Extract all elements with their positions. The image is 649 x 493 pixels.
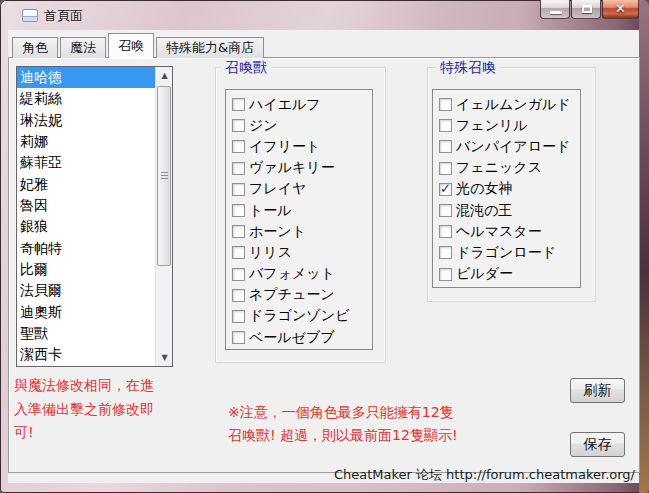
scroll-up-icon[interactable]: ▲ — [156, 67, 173, 84]
window-right-border — [639, 0, 649, 493]
character-listbox[interactable]: 迪哈德緹莉絲琳法妮莉娜蘇菲亞妃雅魯因銀狼奇帕特比爾法貝爾迪奧斯聖獸潔西卡 ▲ ▼ — [16, 66, 173, 367]
checkbox-row[interactable]: ✓光の女神 — [433, 179, 580, 200]
checkbox-icon[interactable] — [232, 98, 245, 111]
list-item[interactable]: 法貝爾 — [17, 280, 155, 301]
checkbox-row[interactable]: ヘルマスター — [433, 221, 580, 242]
checkbox-icon[interactable] — [232, 225, 245, 238]
tab-2[interactable]: 魔法 — [60, 37, 106, 58]
checkbox-label: イフリート — [249, 138, 320, 156]
checkbox-row[interactable]: フェンリル — [433, 115, 580, 136]
checkbox-label: イェルムンガルド — [456, 96, 571, 114]
left-note-line: 入準備出擊之前修改即 — [14, 398, 188, 422]
checkbox-icon[interactable] — [232, 268, 245, 281]
list-item[interactable]: 比爾 — [17, 259, 155, 280]
checkbox-icon[interactable] — [439, 140, 452, 153]
tab-strip: 角色魔法召喚特殊能力&商店 — [12, 36, 266, 58]
caption-buttons: ✕ — [539, 0, 639, 19]
save-button[interactable]: 保存 — [570, 432, 625, 457]
checkbox-icon[interactable] — [439, 162, 452, 175]
warning-line: 召喚獸! 超過，則以最前面12隻顯示! — [228, 424, 458, 447]
list-item[interactable]: 奇帕特 — [17, 238, 155, 259]
checkbox-row[interactable]: リリス — [226, 242, 372, 263]
list-item[interactable]: 妃雅 — [17, 174, 155, 195]
list-item[interactable]: 潔西卡 — [17, 344, 155, 365]
character-list-scrollbar[interactable]: ▲ ▼ — [155, 67, 172, 366]
checkbox-row[interactable]: ヴァルキリー — [226, 158, 372, 179]
checkbox-row[interactable]: 混沌の王 — [433, 200, 580, 221]
checkbox-checked-icon[interactable]: ✓ — [439, 183, 452, 196]
list-item[interactable]: 銀狼 — [17, 216, 155, 237]
left-note-line: 可! — [14, 421, 188, 445]
checkbox-icon[interactable] — [439, 204, 452, 217]
minimize-icon — [550, 11, 562, 14]
checkbox-row[interactable]: イェルムンガルド — [433, 94, 580, 115]
checkbox-icon[interactable] — [439, 225, 452, 238]
list-item[interactable]: 迪哈德 — [17, 67, 155, 88]
list-item[interactable]: 緹莉絲 — [17, 88, 155, 109]
checkbox-row[interactable]: トール — [226, 200, 372, 221]
tab-4[interactable]: 特殊能力&商店 — [156, 37, 264, 58]
scrollbar-thumb[interactable] — [157, 86, 171, 266]
summon-group-label: 召喚獸 — [221, 59, 271, 77]
checkbox-label: ジン — [249, 117, 278, 135]
list-item[interactable]: 莉娜 — [17, 131, 155, 152]
checkbox-row[interactable]: イフリート — [226, 136, 372, 157]
scroll-down-icon[interactable]: ▼ — [156, 349, 173, 366]
maximize-icon — [582, 5, 592, 13]
app-window-icon — [22, 9, 38, 22]
list-item[interactable]: 蘇菲亞 — [17, 152, 155, 173]
left-note-line: 與魔法修改相同，在進 — [14, 374, 188, 398]
warning-line: ※注意，一個角色最多只能擁有12隻 — [228, 401, 458, 424]
list-item[interactable]: 琳法妮 — [17, 110, 155, 131]
list-item[interactable]: 聖獸 — [17, 323, 155, 344]
checkbox-icon[interactable] — [439, 98, 452, 111]
check-mark-icon: ✓ — [440, 181, 451, 196]
checkbox-icon[interactable] — [439, 119, 452, 132]
checkbox-icon[interactable] — [439, 246, 452, 259]
checkbox-row[interactable]: ドラゴンゾンビ — [226, 306, 372, 327]
checkbox-row[interactable]: バンパイアロード — [433, 136, 580, 157]
checkbox-row[interactable]: フレイヤ — [226, 179, 372, 200]
checkbox-label: ドラゴンロード — [456, 244, 556, 262]
checkbox-label: フレイヤ — [249, 180, 306, 198]
checkbox-icon[interactable] — [232, 204, 245, 217]
close-button[interactable]: ✕ — [602, 0, 639, 19]
refresh-button[interactable]: 刷新 — [570, 378, 625, 403]
tab-3[interactable]: 召喚 — [108, 33, 154, 58]
checkbox-label: ハイエルフ — [249, 96, 321, 114]
checkbox-row[interactable]: バフォメット — [226, 264, 372, 285]
checkbox-label: ネプチューン — [249, 286, 335, 304]
checkbox-icon[interactable] — [232, 162, 245, 175]
checkbox-row[interactable]: ネプチューン — [226, 285, 372, 306]
checkbox-row[interactable]: ジン — [226, 115, 372, 136]
checkbox-label: ヘルマスター — [456, 223, 542, 241]
tab-1[interactable]: 角色 — [12, 37, 58, 58]
close-icon: ✕ — [603, 1, 638, 16]
title-bar[interactable]: 首頁面 ✕ — [0, 0, 649, 30]
checkbox-icon[interactable] — [232, 119, 245, 132]
list-item[interactable]: 迪奧斯 — [17, 302, 155, 323]
minimize-button[interactable] — [540, 0, 570, 19]
checkbox-icon[interactable] — [232, 140, 245, 153]
checkbox-label: バフォメット — [249, 265, 335, 283]
checkbox-icon[interactable] — [232, 331, 245, 344]
special-group-label: 特殊召喚 — [436, 59, 500, 77]
checkbox-row[interactable]: ハイエルフ — [226, 94, 372, 115]
checkbox-row[interactable]: ビルダー — [433, 264, 580, 285]
checkbox-icon[interactable] — [232, 310, 245, 323]
list-item[interactable]: 魯因 — [17, 195, 155, 216]
window-title: 首頁面 — [44, 7, 83, 25]
checkbox-row[interactable]: ドラゴンロード — [433, 242, 580, 263]
scrollbar-grip-icon — [161, 172, 168, 180]
checkbox-icon[interactable] — [232, 183, 245, 196]
character-list-items: 迪哈德緹莉絲琳法妮莉娜蘇菲亞妃雅魯因銀狼奇帕特比爾法貝爾迪奧斯聖獸潔西卡 — [17, 67, 155, 366]
app-window: 首頁面 ✕ 角色魔法召喚特殊能力&商店 迪哈德緹莉絲琳法妮莉娜蘇菲亞妃雅魯因銀狼… — [0, 0, 649, 493]
checkbox-icon[interactable] — [232, 289, 245, 302]
left-note: 與魔法修改相同，在進 入準備出擊之前修改即 可! — [14, 374, 188, 445]
maximize-button[interactable] — [571, 0, 601, 19]
checkbox-row[interactable]: ホーント — [226, 221, 372, 242]
checkbox-row[interactable]: フェニックス — [433, 158, 580, 179]
checkbox-row[interactable]: ベールゼブブ — [226, 327, 372, 348]
checkbox-icon[interactable] — [439, 268, 452, 281]
checkbox-icon[interactable] — [232, 246, 245, 259]
